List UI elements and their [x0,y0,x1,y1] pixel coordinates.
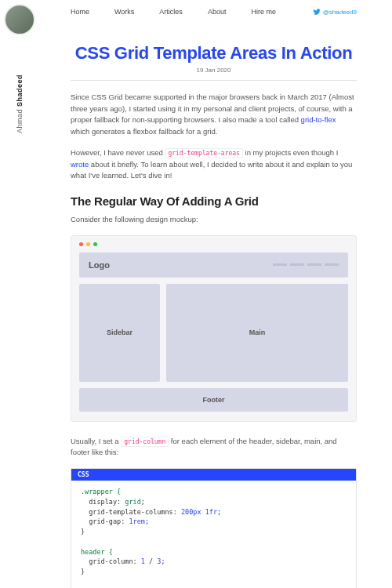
paragraph-4: Usually, I set a grid-column for each el… [71,436,357,459]
design-mockup: Logo Sidebar Main Footer [71,235,357,422]
section-heading: The Regular Way Of Adding A Grid [71,194,357,208]
author-sidebar: Ahmad Shadeed [0,0,39,588]
nav-links: Home Works Articles About Hire me [71,8,276,16]
mockup-nav-stub [273,263,339,266]
author-avatar [4,4,35,35]
author-last: Shadeed [16,74,24,107]
twitter-link[interactable]: @shadeed9 [313,8,357,16]
nav-about[interactable]: About [208,8,227,16]
post-date: 19 Jan 2020 [71,67,357,74]
code-language-label: CSS [71,469,356,481]
nav-works[interactable]: Works [114,8,134,16]
mockup-logo: Logo [89,260,110,270]
main-content: Home Works Articles About Hire me @shade… [39,0,392,588]
mockup-header: Logo [79,252,348,278]
twitter-icon [313,8,321,16]
twitter-handle: @shadeed9 [323,9,357,16]
nav-articles[interactable]: Articles [159,8,183,16]
window-dot-close-icon [79,242,83,246]
link-wrote[interactable]: wrote [71,160,89,169]
css-code-block: CSS .wrapper { display: grid; grid-templ… [71,468,357,588]
mockup-sidebar: Sidebar [79,284,160,382]
window-dot-max-icon [93,242,97,246]
author-name: Ahmad Shadeed [16,74,24,133]
link-grid-to-flex[interactable]: grid-to-flex [301,115,336,124]
paragraph-2: However, I have never used grid-template… [71,147,357,182]
divider [71,80,357,81]
window-dots [79,242,348,246]
paragraph-3: Consider the following design mockup: [71,214,357,226]
inline-code-gta: grid-template-areas [165,148,243,158]
window-dot-min-icon [86,242,90,246]
top-nav: Home Works Articles About Hire me @shade… [71,0,357,24]
author-first: Ahmad [16,109,24,133]
nav-home[interactable]: Home [71,8,89,16]
page-title: CSS Grid Template Areas In Action [71,43,357,64]
mockup-body: Sidebar Main [79,284,348,382]
nav-hire[interactable]: Hire me [251,8,276,16]
mockup-main: Main [166,284,348,382]
mockup-footer: Footer [79,388,348,412]
paragraph-1: Since CSS Grid became supported in the m… [71,92,357,138]
inline-code-gc: grid-column [121,437,169,447]
code-body: .wrapper { display: grid; grid-template-… [71,481,356,588]
